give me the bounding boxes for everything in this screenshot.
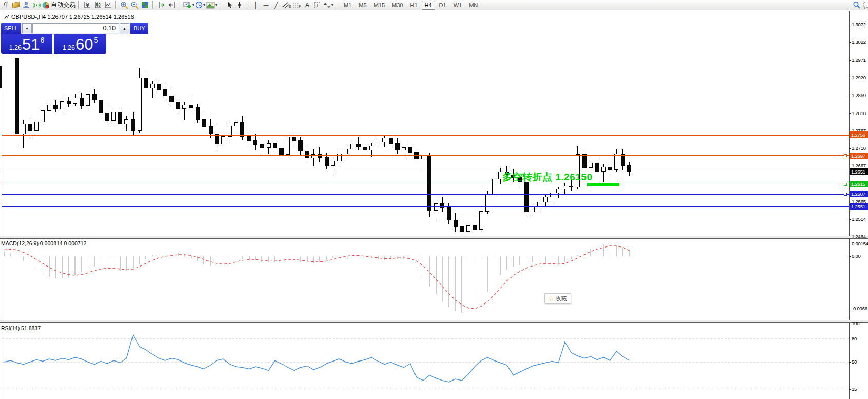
candle-body — [292, 137, 296, 141]
buy-button[interactable]: BUY — [130, 23, 148, 34]
buy-price-big: 60 — [76, 35, 93, 54]
candle-body — [299, 141, 303, 151]
candle-body — [234, 122, 238, 126]
axis-tick-mark — [849, 362, 851, 363]
candle-body — [376, 142, 380, 146]
candle-body — [80, 98, 83, 106]
level-handle-1.2615[interactable] — [844, 183, 847, 186]
price-tick-label: 1.3022 — [852, 39, 866, 45]
volume-decrease-button[interactable]: ▼ — [22, 23, 32, 33]
candle-body — [247, 137, 251, 141]
price-tick-label: 1.2667 — [852, 163, 866, 168]
candle-body — [118, 112, 122, 124]
price-tick-label: 1.2514 — [852, 216, 866, 222]
candle-body — [305, 151, 309, 158]
candle-body — [473, 226, 477, 230]
buy-price-display[interactable]: 1.26 60 5 — [54, 34, 106, 54]
candle-body — [105, 113, 109, 121]
candle-body — [202, 120, 206, 127]
candle-body — [408, 147, 412, 153]
price-level-line-1.2756[interactable] — [2, 135, 849, 136]
price-level-line-1.2651[interactable] — [2, 172, 849, 172]
candle-body — [447, 207, 450, 220]
candle-body — [486, 194, 489, 211]
sell-price-sup: 6 — [41, 36, 45, 44]
candle-body — [183, 105, 186, 108]
candle-body — [267, 143, 270, 147]
axis-tick-mark — [849, 256, 851, 257]
axis-tick-mark — [849, 25, 851, 25]
price-level-line-1.2587[interactable] — [2, 194, 849, 195]
price-tick-label: 1.2718 — [852, 145, 866, 151]
candle-body — [628, 166, 631, 172]
star-icon: ☆ — [549, 295, 554, 302]
sell-price-prefix: 1.26 — [9, 44, 22, 51]
sell-price-display[interactable]: 1.26 51 6 — [1, 34, 52, 54]
price-level-label-1.2615: 1.2615 — [850, 181, 868, 187]
candle-body — [460, 226, 464, 232]
candle-body — [41, 110, 45, 122]
price-tick-label: 1.2920 — [852, 74, 866, 80]
candle-body — [402, 147, 406, 150]
volume-input[interactable] — [32, 23, 119, 33]
candle-body — [60, 102, 64, 109]
trade-controls-row: SELL ▼ ▲ BUY — [1, 23, 107, 34]
favorite-badge[interactable]: ☆ 收藏 — [544, 293, 571, 304]
axis-tick-mark — [849, 237, 851, 237]
candle-body — [125, 120, 128, 124]
axis-tick-mark — [849, 60, 851, 61]
candle-body — [608, 167, 612, 169]
candle-body — [492, 179, 496, 195]
axis-tick-mark — [849, 219, 851, 220]
candle-body — [454, 220, 457, 226]
candle-body — [54, 105, 58, 109]
axis-tick-mark — [849, 309, 851, 309]
candle-body — [34, 122, 38, 131]
candle-body — [131, 120, 135, 131]
candle-body — [395, 143, 399, 150]
rsi-axis-label: 15 — [852, 386, 857, 392]
candle-body — [389, 138, 393, 143]
candle-body — [28, 124, 32, 131]
level-handle-1.2697[interactable] — [844, 154, 847, 157]
macd-signal-line — [4, 246, 629, 309]
candle-body — [383, 138, 386, 142]
volume-increase-button[interactable]: ▲ — [120, 23, 129, 33]
macd-axis-label: 0.00 — [852, 253, 861, 259]
rsi-axis-label: 80 — [852, 336, 857, 341]
candle-body — [47, 105, 51, 110]
trading-platform-window: 单 自动交易 — [0, 0, 868, 399]
candle-body — [363, 147, 367, 150]
price-level-line-1.2697[interactable] — [2, 155, 849, 156]
candle-body — [99, 100, 103, 113]
candle-body — [273, 143, 277, 148]
price-level-label-1.2697: 1.2697 — [850, 153, 868, 159]
volume-stepper: ▼ ▲ — [21, 23, 130, 34]
axis-tick-mark — [849, 339, 851, 339]
level-handle-1.2587[interactable] — [844, 193, 847, 196]
candle-body — [176, 102, 180, 108]
candle-body — [254, 141, 257, 145]
candlestick-chart-area[interactable] — [0, 0, 868, 399]
axis-tick-mark — [849, 202, 851, 202]
candle-body — [189, 105, 193, 107]
axis-tick-mark — [849, 148, 851, 149]
price-level-label-1.2551: 1.2551 — [850, 203, 868, 210]
candle-body — [602, 167, 606, 171]
pivot-annotation-text[interactable]: 多空转折点 1.26150 — [502, 170, 592, 184]
price-level-line-1.2615[interactable] — [2, 184, 849, 184]
candle-body — [92, 94, 96, 100]
candle-body — [357, 144, 361, 147]
sell-button[interactable]: SELL — [1, 23, 21, 34]
candle-body — [157, 84, 161, 90]
candle-body — [150, 84, 154, 88]
candle-body — [67, 102, 70, 104]
candle-body — [499, 172, 502, 179]
highlight-segment[interactable] — [587, 183, 619, 186]
axis-tick-mark — [849, 78, 851, 78]
price-tick-label: 1.3072 — [852, 22, 866, 27]
macd-axis-label: -0.0066 — [852, 306, 867, 311]
candle-body — [344, 149, 348, 154]
buy-price-prefix: 1.26 — [63, 44, 75, 51]
price-level-line-1.2551[interactable] — [2, 206, 849, 207]
